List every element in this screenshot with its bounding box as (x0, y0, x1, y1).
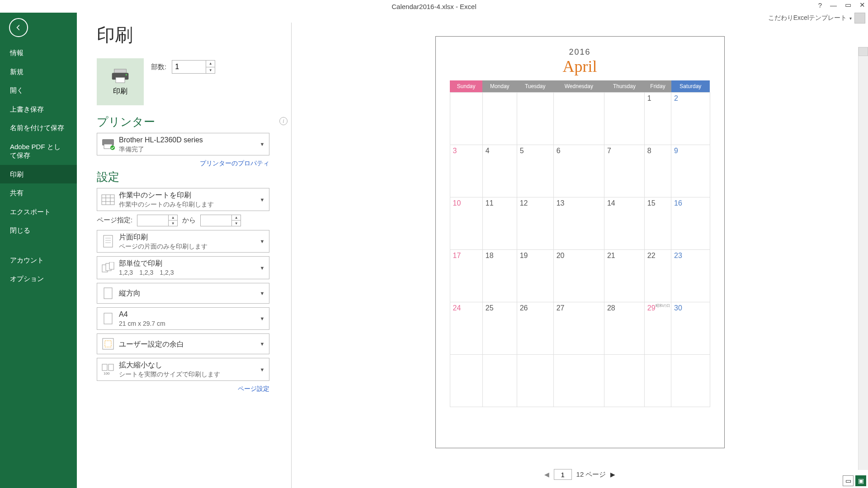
calendar-cell (450, 355, 482, 407)
collate-combo[interactable]: 部単位で印刷1,2,3 1,2,3 1,2,3 ▼ (97, 256, 269, 279)
calendar-cell: 1 (644, 93, 671, 145)
calendar-cell (482, 93, 517, 145)
dropdown-arrow-icon: ▼ (258, 291, 266, 296)
nav-item-7[interactable]: 共有 (0, 183, 77, 202)
calendar-table: SundayMondayTuesdayWednesdayThursdayFrid… (450, 80, 710, 407)
help-icon[interactable]: ? (818, 1, 822, 9)
calendar-cell: 29昭和の日 (644, 302, 671, 355)
nav-item-8[interactable]: エクスポート (0, 202, 77, 221)
calendar-cell: 5 (517, 145, 553, 197)
calendar-cell: 12 (517, 197, 553, 250)
calendar-cell: 10 (450, 197, 482, 250)
preview-pager: ◀ 12 ページ ▶ (544, 469, 616, 480)
copies-input[interactable] (172, 61, 206, 73)
svg-text:100: 100 (104, 371, 110, 375)
svg-rect-21 (103, 338, 113, 349)
nav-item-9[interactable]: 閉じる (0, 221, 77, 240)
svg-rect-2 (116, 77, 125, 83)
print-what-combo[interactable]: 作業中のシートを印刷作業中のシートのみを印刷します ▼ (97, 188, 269, 211)
nav-item-1[interactable]: 新規 (0, 62, 77, 81)
info-icon[interactable]: i (279, 117, 288, 125)
copies-spinner[interactable]: ▲▼ (172, 60, 215, 74)
calendar-cell: 2 (671, 93, 710, 145)
scroll-up-icon[interactable] (859, 47, 868, 56)
dropdown-arrow-icon: ▼ (258, 367, 266, 372)
scaling-combo[interactable]: 100 拡大縮小なしシートを実際のサイズで印刷します ▼ (97, 358, 269, 380)
show-margins-button[interactable]: ▭ (843, 475, 854, 486)
calendar-cell: 11 (482, 197, 517, 250)
vertical-scrollbar[interactable] (858, 47, 868, 470)
printer-status: 準備完了 (119, 145, 258, 154)
total-pages-label: 12 ページ (576, 470, 606, 479)
user-label: こだわりExcelテンプレート (768, 14, 847, 22)
scaling-icon: 100 (100, 361, 116, 378)
user-account[interactable]: こだわりExcelテンプレート ▾ (768, 13, 865, 23)
user-avatar-icon (854, 13, 865, 23)
next-page-button[interactable]: ▶ (610, 471, 615, 478)
calendar-cell: 26 (517, 302, 553, 355)
spinner-down-icon[interactable]: ▼ (206, 67, 215, 74)
calendar-cell: 24 (450, 302, 482, 355)
backstage-sidebar: 情報新規開く上書き保存名前を付けて保存Adobe PDF として保存印刷共有エク… (0, 13, 77, 488)
nav-item-2[interactable]: 開く (0, 81, 77, 100)
page-title: 印刷 (97, 23, 269, 47)
nav-item-6[interactable]: 印刷 (0, 165, 77, 184)
duplex-combo[interactable]: 片面印刷ページの片面のみを印刷します ▼ (97, 230, 269, 253)
day-header: Wednesday (553, 80, 604, 93)
zoom-to-page-button[interactable]: ▣ (855, 475, 866, 486)
holiday-note: 昭和の日 (656, 303, 670, 308)
minimize-icon[interactable]: — (830, 1, 837, 9)
calendar-cell: 7 (604, 145, 644, 197)
spinner-up-icon[interactable]: ▲ (206, 61, 215, 67)
prev-page-button[interactable]: ◀ (544, 471, 549, 478)
nav-bottom-item-0[interactable]: アカウント (0, 251, 77, 270)
day-header: Saturday (671, 80, 710, 93)
close-icon[interactable]: ✕ (859, 1, 865, 9)
restore-icon[interactable]: ▭ (845, 1, 851, 9)
dropdown-arrow-icon: ▼ (258, 341, 266, 347)
dropdown-arrow-icon: ▼ (258, 197, 266, 202)
calendar-cell: 16 (671, 197, 710, 250)
printer-section-header: プリンター i (97, 114, 269, 129)
orientation-combo[interactable]: 縦方向 ▼ (97, 283, 269, 304)
print-button[interactable]: 印刷 (97, 58, 144, 105)
nav-item-3[interactable]: 上書き保存 (0, 100, 77, 119)
nav-item-4[interactable]: 名前を付けて保存 (0, 118, 77, 137)
day-header: Friday (644, 80, 671, 93)
paper-icon (100, 310, 116, 327)
calendar-cell (553, 355, 604, 407)
back-button[interactable] (9, 18, 28, 37)
current-page-input[interactable] (554, 469, 572, 480)
nav-item-0[interactable]: 情報 (0, 43, 77, 62)
day-header: Monday (482, 80, 517, 93)
dropdown-arrow-icon: ▼ (258, 239, 266, 244)
calendar-cell: 20 (553, 250, 604, 302)
calendar-cell (517, 355, 553, 407)
page-single-icon (100, 233, 116, 249)
calendar-cell: 21 (604, 250, 644, 302)
title-bar: Calendar2016-4.xlsx - Excel ? — ▭ ✕ (0, 0, 868, 13)
page-from-spinner[interactable]: ▲▼ (137, 215, 178, 226)
portrait-icon (100, 285, 116, 301)
day-header: Sunday (450, 80, 482, 93)
printer-combo[interactable]: Brother HL-L2360D series 準備完了 ▼ (97, 133, 269, 155)
printer-status-icon (100, 136, 116, 152)
calendar-cell: 15 (644, 197, 671, 250)
page-setup-link[interactable]: ページ設定 (238, 384, 269, 397)
calendar-cell (517, 93, 553, 145)
calendar-cell: 17 (450, 250, 482, 302)
calendar-cell (644, 355, 671, 407)
paper-combo[interactable]: A421 cm x 29.7 cm ▼ (97, 307, 269, 330)
svg-point-3 (126, 74, 127, 75)
margins-combo[interactable]: ユーザー設定の余白 ▼ (97, 333, 269, 354)
calendar-cell: 6 (553, 145, 604, 197)
page-to-spinner[interactable]: ▲▼ (200, 215, 241, 226)
nav-bottom-item-1[interactable]: オプション (0, 269, 77, 288)
margins-icon (100, 336, 116, 352)
svg-rect-18 (109, 262, 114, 269)
svg-rect-19 (104, 288, 112, 299)
calendar-year: 2016 (439, 47, 722, 57)
calendar-cell (450, 93, 482, 145)
calendar-cell: 27 (553, 302, 604, 355)
nav-item-5[interactable]: Adobe PDF として保存 (0, 137, 77, 165)
